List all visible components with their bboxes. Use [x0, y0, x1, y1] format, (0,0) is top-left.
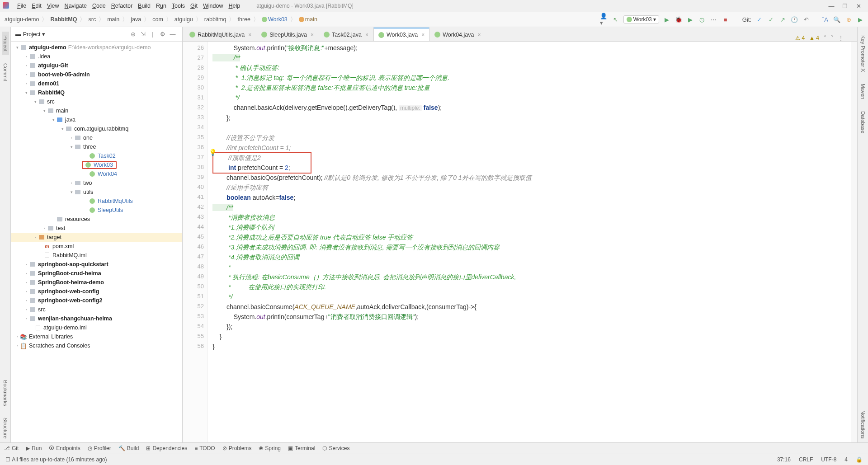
tab-key-promoter[interactable]: Key Promoter X — [859, 32, 867, 75]
bottom-terminal[interactable]: ▣ Terminal — [288, 445, 315, 451]
bottom-services[interactable]: ⬡ Services — [322, 445, 349, 451]
maximize-button[interactable]: ☐ — [838, 3, 852, 9]
bottom-dependencies[interactable]: ⊞ Dependencies — [146, 445, 187, 451]
collapse-icon[interactable]: ⇲ — [138, 31, 148, 38]
profile-icon[interactable]: ◷ — [698, 15, 706, 23]
menu-tools[interactable]: Tools — [169, 3, 188, 9]
bottom-git[interactable]: ⎇ Git — [4, 445, 19, 451]
lock-icon[interactable]: 🔒 — [856, 456, 863, 463]
stop-icon[interactable]: ■ — [722, 15, 730, 23]
warning-badge-2: ▲ 4 — [809, 35, 819, 41]
highlighted-code-box: //预取值是2 int prefetchCount = 2; — [212, 152, 311, 174]
editor-warnings[interactable]: ⚠ 4 ▲ 4 ˄ ˅ ⋮ — [795, 35, 857, 41]
tab-work03[interactable]: Work03.java× — [373, 28, 429, 41]
more-icon[interactable]: ⋯ — [710, 15, 718, 23]
menu-file[interactable]: FFileile — [14, 3, 29, 9]
git-history-icon[interactable]: 🕐 — [790, 15, 798, 23]
code-content[interactable]: System.out.println("接收到消息:"+message); /*… — [208, 42, 851, 442]
window-title: atguigu-demo - Work03.java [RabbitMQ] — [256, 3, 354, 9]
crumb-three[interactable]: three — [236, 16, 251, 23]
tab-sleeputils[interactable]: SleepUtils.java× — [256, 28, 319, 41]
user-icon[interactable]: 👤▾ — [600, 15, 608, 23]
navigation-bar: atguigu-demo〉 RabbitMQ〉 src〉 main〉 java〉… — [0, 12, 868, 27]
translate-icon[interactable]: ᵀA — [821, 15, 829, 23]
toolbar-right: 👤▾ ↖ Work03 ▾ ▶ 🐞 ▶ ◷ ⋯ ■ Git: ✓ ✓ ↗ 🕐 ↶… — [600, 15, 864, 23]
build-hammer-icon[interactable]: ↖ — [612, 15, 620, 23]
bottom-spring[interactable]: ❀ Spring — [259, 445, 281, 451]
hide-icon[interactable]: — — [168, 31, 178, 38]
right-tool-stripe: Key Promoter X Maven Database Notificati… — [857, 27, 868, 442]
editor-tabs: RabbitMqUtils.java× SleepUtils.java× Tas… — [183, 27, 857, 42]
git-update-icon[interactable]: ✓ — [755, 15, 763, 23]
menu-view[interactable]: View — [44, 3, 62, 9]
tab-project[interactable]: Project — [2, 32, 9, 55]
crumb-src[interactable]: src — [87, 16, 97, 23]
vcs-icon[interactable]: ☐ — [5, 456, 10, 463]
indent-info[interactable]: 4 — [844, 456, 848, 463]
tab-commit[interactable]: Commit — [2, 60, 9, 85]
coverage-icon[interactable]: ▶ — [686, 15, 694, 23]
status-bar: ☐ All files are up-to-date (16 minutes a… — [0, 454, 868, 465]
caret-position[interactable]: 37:16 — [777, 456, 791, 463]
sidebar-header: ▬ Project ▾ ⊕ ⇲ | ⚙ — — [11, 27, 182, 42]
menu-refactor[interactable]: Refactor — [108, 3, 135, 9]
tab-database[interactable]: Database — [859, 108, 867, 137]
bottom-problems[interactable]: ⊘ Problems — [222, 445, 252, 451]
run-config-dropdown[interactable]: Work03 ▾ — [623, 15, 659, 23]
scroll-from-icon[interactable]: ⊕ — [128, 31, 138, 38]
editor: RabbitMqUtils.java× SleepUtils.java× Tas… — [183, 27, 857, 442]
tab-maven[interactable]: Maven — [859, 80, 867, 103]
bottom-profiler[interactable]: ◷ Profiler — [88, 445, 111, 451]
bottom-build[interactable]: 🔨 Build — [118, 445, 139, 451]
more-icon[interactable]: ⋮ — [838, 35, 844, 41]
tab-notifications[interactable]: Notifications — [859, 407, 867, 442]
crumb-java[interactable]: java — [130, 16, 142, 23]
git-commit-icon[interactable]: ✓ — [767, 15, 775, 23]
tab-bookmarks[interactable]: Bookmarks — [2, 376, 9, 410]
tab-rabbitmqutils[interactable]: RabbitMqUtils.java× — [184, 28, 256, 41]
intention-bulb-icon[interactable]: 💡 — [209, 149, 217, 156]
bottom-run[interactable]: ▶ Run — [26, 445, 42, 451]
bottom-todo[interactable]: ≡ TODO — [194, 445, 215, 451]
tab-work04[interactable]: Work04.java× — [429, 28, 486, 41]
crumb-main[interactable]: main — [106, 16, 120, 23]
chevron-up-icon[interactable]: ˄ — [824, 35, 826, 41]
crumb-project[interactable]: atguigu-demo — [4, 16, 40, 23]
menu-help[interactable]: Help — [226, 3, 243, 9]
project-tree[interactable]: ▾atguigu-demoE:\idea-workspace\atguigu-d… — [11, 42, 182, 442]
chevron-down-icon[interactable]: ˅ — [831, 35, 834, 41]
tab-task02[interactable]: Task02.java× — [319, 28, 373, 41]
crumb-rabbitmq[interactable]: rabbitmq — [203, 16, 227, 23]
search-everywhere-icon[interactable]: 🔍 — [833, 15, 841, 23]
minimize-button[interactable]: — — [825, 3, 838, 9]
menu-edit[interactable]: Edit — [29, 3, 44, 9]
menu-navigate[interactable]: Navigate — [62, 3, 90, 9]
run-anything-icon[interactable]: ▶ — [856, 15, 864, 23]
run-icon[interactable]: ▶ — [663, 15, 671, 23]
menu-run[interactable]: Run — [153, 3, 169, 9]
line-separator[interactable]: CRLF — [799, 456, 813, 463]
git-rollback-icon[interactable]: ↶ — [802, 15, 810, 23]
menu-git[interactable]: Git — [188, 3, 200, 9]
error-stripe[interactable] — [851, 42, 857, 442]
bottom-endpoints[interactable]: ⦿ Endpoints — [49, 445, 80, 451]
close-button[interactable]: ✕ — [852, 3, 865, 9]
menu-window[interactable]: Window — [200, 3, 226, 9]
tab-structure[interactable]: Structure — [2, 414, 9, 442]
ide-settings-icon[interactable]: ⊕ — [844, 15, 853, 23]
git-push-icon[interactable]: ↗ — [778, 15, 787, 23]
tree-work03-highlighted[interactable]: Work03 — [11, 160, 182, 169]
left-tool-stripe: Project Commit Bookmarks Structure — [0, 27, 11, 442]
menu-build[interactable]: Build — [135, 3, 153, 9]
settings-gear-icon[interactable]: ⚙ — [158, 31, 168, 38]
crumb-class[interactable]: Work03 — [261, 16, 288, 23]
debug-icon[interactable]: 🐞 — [675, 15, 683, 23]
crumb-atguigu[interactable]: atguigu — [174, 16, 194, 23]
crumb-com[interactable]: com — [151, 16, 164, 23]
line-gutter[interactable]: 2627282930313233343536373839404142434445… — [183, 42, 208, 442]
menu-code[interactable]: Code — [90, 3, 108, 9]
crumb-module[interactable]: RabbitMQ — [49, 16, 78, 23]
file-encoding[interactable]: UTF-8 — [821, 456, 836, 463]
crumb-method[interactable]: main — [298, 16, 318, 23]
tree-target-selected[interactable]: ›target — [11, 233, 182, 242]
